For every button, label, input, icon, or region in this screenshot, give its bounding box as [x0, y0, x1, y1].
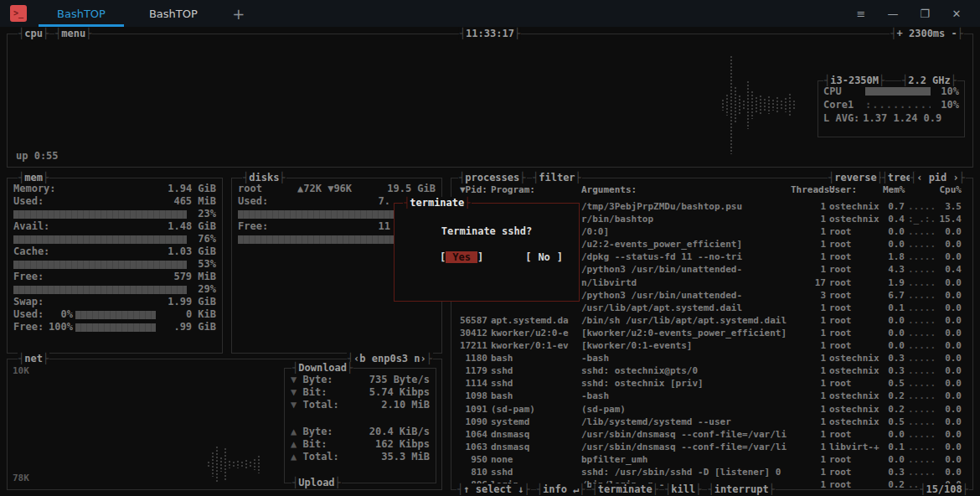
close-icon[interactable]: ✕: [945, 8, 968, 20]
process-arguments: /lib/systemd/systemd --user: [581, 416, 787, 428]
no-bracket-right: ]: [557, 251, 563, 263]
process-arguments: [kworker/0:1-events]: [581, 339, 787, 352]
process-row[interactable]: 810 sshd sshd: /usr/sbin/sshd -D [listen…: [451, 466, 971, 478]
process-row[interactable]: 950 none bpfilter_umh 1 root 0.0 ..... 0…: [451, 453, 971, 466]
mem-avail-label: Avail:: [13, 220, 49, 233]
select-buttons[interactable]: ↑ select ↓: [456, 483, 531, 496]
process-row[interactable]: 1063 dnsmasq /usr/sbin/dnsmasq --conf-fi…: [451, 441, 971, 453]
process-program: bash: [491, 352, 578, 364]
col-header-user: User:: [829, 183, 879, 196]
disk-name: root: [238, 183, 262, 195]
process-pid: 56587: [456, 314, 487, 327]
process-row[interactable]: 1090 systemd /lib/systemd/systemd --user…: [451, 416, 971, 428]
col-header-program[interactable]: Program:: [491, 183, 578, 196]
process-row[interactable]: 1098 bash -bash 1 ostechnix 0.2 ..... 0.…: [451, 390, 971, 402]
hamburger-menu-icon[interactable]: ≡: [849, 8, 873, 20]
process-program: sshd: [491, 377, 578, 390]
filter-button[interactable]: filter: [532, 172, 582, 184]
yes-button[interactable]: [Yes]: [440, 251, 483, 264]
process-pid: 17211: [456, 339, 487, 352]
process-program: sshd: [491, 364, 578, 377]
process-threads: 1: [791, 251, 826, 263]
process-cpu-sparkline: .....: [908, 352, 933, 364]
swap-free-label: Free:: [13, 321, 45, 333]
download-byte-label: Byte:: [302, 374, 333, 385]
info-button[interactable]: info ↵: [536, 483, 586, 496]
tab-bashtop-2[interactable]: BashTOP: [127, 0, 219, 27]
kill-button[interactable]: kill: [664, 483, 702, 496]
process-row[interactable]: 1179 sshd sshd: ostechnix@pts/0 1 ostech…: [451, 364, 971, 377]
interrupt-button[interactable]: interrupt: [707, 483, 776, 496]
cpu-panel: cpu menu 11:33:17 + 2300ms - i3-2350M 2.…: [7, 34, 973, 168]
terminate-button[interactable]: terminate: [591, 483, 660, 496]
update-interval-control[interactable]: + 2300ms -: [890, 28, 964, 40]
process-mem: 0.0: [883, 339, 905, 352]
process-cpu-sparkline: .....: [908, 428, 933, 441]
download-title: Download: [291, 362, 353, 375]
col-header-pid[interactable]: ▼Pid:: [456, 183, 487, 196]
process-row[interactable]: 30412 kworker/u2:0-e [kworker/u2:0-event…: [451, 327, 971, 339]
process-mem: 0.1: [883, 302, 905, 314]
process-actions: ↑ select ↓ info ↵ terminate kill interru…: [456, 483, 776, 496]
process-row[interactable]: 1114 sshd sshd: ostechnix [priv] 1 root …: [451, 377, 971, 390]
process-user: ostechnix: [829, 200, 879, 213]
process-threads: 1: [791, 213, 826, 225]
process-cpu-sparkline: .....: [908, 453, 933, 466]
new-tab-button[interactable]: +: [219, 0, 258, 27]
process-pid: 1091: [456, 403, 487, 416]
process-cpu: 0.0: [936, 251, 962, 263]
process-arguments: sshd: /usr/sbin/sshd -D [listener] 0: [581, 466, 787, 478]
process-arguments: /usr/sbin/dnsmasq --conf-file=/var/li: [581, 428, 787, 441]
process-threads: 3: [791, 289, 826, 302]
process-user: root: [829, 289, 879, 302]
process-user: ostechnix: [829, 364, 879, 377]
process-program: (sd-pam): [491, 403, 578, 416]
process-row[interactable]: 56587 apt.systemd.da /bin/sh /usr/lib/ap…: [451, 314, 971, 327]
sort-reverse-button[interactable]: reverse: [828, 172, 884, 184]
process-row[interactable]: 1064 dnsmasq /usr/sbin/dnsmasq --conf-fi…: [451, 428, 971, 441]
process-user: root: [829, 428, 879, 441]
process-user: root: [829, 276, 879, 289]
process-mem: 0.0: [883, 225, 905, 238]
minimize-icon[interactable]: —: [881, 8, 905, 20]
net-device-switch[interactable]: ‹b enp0s3 n›: [347, 353, 433, 365]
upload-total-label: Total:: [302, 451, 338, 462]
process-cpu: 0.0: [936, 352, 962, 364]
swap-used-value: 0 KiB: [158, 308, 216, 321]
col-header-cpu: Cpu%: [936, 183, 962, 196]
process-cpu: 0.0: [936, 441, 962, 453]
process-mem: 0.3: [883, 352, 905, 364]
download-bit-value: 5.74 Kibps: [369, 386, 430, 399]
process-row[interactable]: /usr/lib/apt/apt.systemd.dail 1 root 0.1…: [451, 302, 971, 314]
process-row[interactable]: 1180 bash -bash 1 ostechnix 0.3 ..... 0.…: [451, 352, 971, 364]
process-mem: 0.0: [883, 327, 905, 339]
maximize-icon[interactable]: ❐: [913, 8, 936, 20]
terminal-app-icon: >_: [10, 5, 27, 22]
core1-meter: :...........: [865, 99, 931, 111]
process-cpu: 15.4: [936, 213, 962, 225]
disk-used-label: Used:: [238, 195, 268, 208]
process-cpu-sparkline: .....: [908, 390, 933, 402]
load-avg-value: 1.37 1.24 0.9: [863, 112, 941, 125]
process-pid: 1114: [456, 377, 487, 390]
process-row[interactable]: 1091 (sd-pam) (sd-pam) 1 ostechnix 0.2 .…: [451, 403, 971, 416]
mem-total-value: 1.94 GiB: [168, 183, 216, 195]
tab-bashtop-1[interactable]: BashTOP: [35, 0, 127, 27]
swap-used-label: Used:: [13, 308, 45, 321]
sort-column-selector[interactable]: ‹ pid ›: [910, 172, 966, 184]
cpu-total-meter: [865, 87, 931, 96]
process-pid: 950: [456, 453, 487, 466]
menu-button[interactable]: menu: [54, 28, 92, 40]
no-button[interactable]: [No]: [525, 251, 563, 264]
process-threads: 1: [791, 302, 826, 314]
core1-label: Core1: [823, 99, 862, 111]
process-threads: 1: [791, 339, 826, 352]
process-row[interactable]: 17211 kworker/0:1-ev [kworker/0:1-events…: [451, 339, 971, 352]
swap-free-percent: 100%: [48, 321, 73, 333]
process-user: ostechnix: [829, 416, 879, 428]
process-arguments: /bin/sh /usr/lib/apt/apt.systemd.dail: [581, 314, 787, 327]
process-cpu: 0.4: [936, 263, 962, 276]
net-stats-box: Download ▼ Byte:735 Byte/s ▼ Bit:5.74 Ki…: [284, 368, 436, 483]
process-cpu: 0.0: [936, 390, 962, 402]
process-user: ostechnix: [829, 213, 879, 225]
